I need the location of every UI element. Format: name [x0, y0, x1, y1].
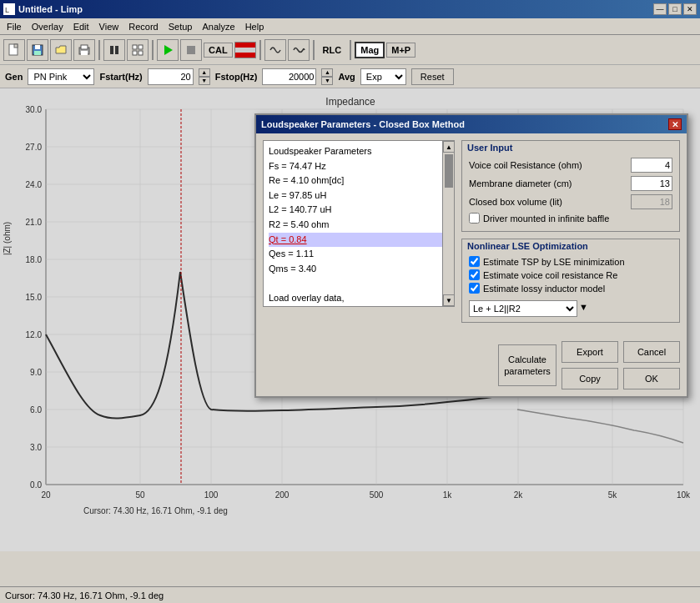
flag-icon[interactable] — [234, 42, 256, 58]
svg-rect-6 — [34, 51, 41, 55]
fstop-down[interactable]: ▼ — [321, 77, 333, 85]
svg-rect-10 — [110, 46, 113, 54]
lse-title: Nonlinear LSE Optimization — [462, 239, 679, 253]
menu-record[interactable]: Record — [123, 20, 163, 33]
infinite-baffle-checkbox[interactable] — [469, 213, 480, 224]
param-row-header: Loudspeaker Parameters — [269, 144, 449, 159]
menu-edit[interactable]: Edit — [68, 20, 94, 33]
infinite-baffle-label: Driver mounted in infinite baffle — [483, 214, 609, 224]
infinite-baffle-row: Driver mounted in infinite baffle — [469, 213, 672, 224]
modal-titlebar: Loudspeaker Parameters - Closed Box Meth… — [256, 115, 687, 133]
copy-button[interactable]: Copy — [562, 368, 618, 389]
chart-area: Impedance |Z| (ohm) — [0, 88, 700, 551]
closed-box-row: Closed box volume (lit) — [469, 194, 672, 209]
menu-overlay[interactable]: Overlay — [27, 20, 68, 33]
param-row-qms: Qms = 3.40 — [269, 262, 449, 277]
voice-coil-input[interactable] — [631, 158, 672, 173]
fstart-down[interactable]: ▼ — [199, 77, 210, 85]
membrane-input[interactable] — [631, 176, 672, 191]
modal-close-button[interactable]: ✕ — [668, 118, 682, 130]
rlc-label[interactable]: RLC — [318, 43, 347, 58]
lse-re-checkbox[interactable] — [469, 269, 480, 280]
scroll-up-button[interactable]: ▲ — [443, 141, 455, 153]
lse-lossy-checkbox[interactable] — [469, 283, 480, 294]
closed-box-input[interactable] — [631, 194, 672, 209]
minimize-button[interactable]: — — [653, 3, 667, 15]
avg-select[interactable]: Exp — [360, 68, 406, 85]
lse-re-label: Estimate voice coil resistance Re — [483, 270, 617, 280]
membrane-row: Membrane diameter (cm) — [469, 176, 672, 191]
stop-button[interactable] — [180, 39, 202, 61]
lse-tsp-checkbox[interactable] — [469, 256, 480, 267]
reset-button[interactable]: Reset — [411, 68, 454, 85]
menu-view[interactable]: View — [94, 20, 124, 33]
lse-group: Nonlinear LSE Optimization Estimate TSP … — [461, 239, 680, 323]
modal-top-buttons: Export Cancel — [562, 341, 680, 363]
menubar: File Overlay Edit View Record Setup Anal… — [0, 18, 700, 35]
window-title: Untitled - Limp — [18, 4, 83, 14]
separator-3 — [259, 40, 261, 60]
separator-5 — [350, 40, 351, 60]
svg-rect-3 — [14, 44, 18, 48]
fstart-spinner[interactable]: ▲ ▼ — [199, 68, 210, 85]
cal-label[interactable]: CAL — [204, 43, 233, 58]
scroll-thumb[interactable] — [445, 154, 453, 188]
param-row-re: Re = 4.10 ohm[dc] — [269, 173, 449, 188]
close-button[interactable]: ✕ — [683, 3, 697, 15]
fstop-spinner[interactable]: ▲ ▼ — [321, 68, 333, 85]
fstop-up[interactable]: ▲ — [321, 68, 333, 77]
param-row-qt: Qt = 0.84 — [269, 233, 449, 248]
save-button[interactable] — [27, 39, 48, 61]
param-row-msg1: Load overlay data, — [269, 291, 449, 306]
statusbar: Cursor: 74.30 Hz, 16.71 Ohm, -9.1 deg — [0, 586, 700, 603]
svg-text:L: L — [5, 6, 9, 14]
wave2-button[interactable] — [288, 39, 310, 61]
user-input-content: Voice coil Resistance (ohm) Membrane dia… — [462, 154, 679, 231]
svg-marker-16 — [164, 45, 173, 55]
mp-label[interactable]: M+P — [386, 43, 415, 58]
pause-button[interactable] — [103, 39, 125, 61]
lse-checkbox-row-2: Estimate voice coil resistance Re — [469, 269, 672, 280]
svg-rect-11 — [115, 46, 118, 54]
param-row-fs: Fs = 74.47 Hz — [269, 159, 449, 174]
fstart-up[interactable]: ▲ — [199, 68, 210, 77]
lse-model-dropdown[interactable]: Le + L2||R2 Le only Le + R2 — [469, 300, 577, 317]
mag-label[interactable]: Mag — [355, 42, 385, 58]
wave1-button[interactable] — [264, 39, 286, 61]
voice-coil-label: Voice coil Resistance (ohm) — [469, 160, 582, 170]
params-scrollbar[interactable]: ▲ ▼ — [442, 141, 454, 306]
modal-bottom-buttons: Copy OK — [562, 368, 680, 389]
gen-label: Gen — [5, 72, 23, 82]
modal-right-buttons: Export Cancel Copy OK — [562, 341, 680, 389]
membrane-label: Membrane diameter (cm) — [469, 178, 572, 188]
param-row-le: Le = 97.85 uH — [269, 188, 449, 204]
user-input-title: User Input — [462, 141, 679, 154]
toolbar: CAL RLC Mag M+P — [0, 35, 700, 65]
svg-rect-13 — [138, 45, 143, 49]
new-button[interactable] — [3, 39, 25, 61]
scroll-down-button[interactable]: ▼ — [443, 294, 455, 306]
cursor-status: Cursor: 74.30 Hz, 16.71 Ohm, -9.1 deg — [5, 590, 164, 600]
menu-help[interactable]: Help — [240, 20, 269, 33]
modal-body: Loudspeaker Parameters Fs = 74.47 Hz Re … — [256, 133, 687, 336]
grid-button[interactable] — [127, 39, 149, 61]
separator-2 — [152, 40, 154, 60]
gen-select[interactable]: PN Pink — [28, 68, 94, 85]
print-button[interactable] — [73, 39, 95, 61]
svg-rect-18 — [235, 43, 255, 48]
calculate-button[interactable]: Calculateparameters — [498, 344, 556, 386]
open-button[interactable] — [50, 39, 72, 61]
record-button[interactable] — [157, 39, 179, 61]
export-button[interactable]: Export — [562, 341, 618, 363]
fstart-input[interactable] — [148, 68, 194, 85]
lse-content: Estimate TSP by LSE minimization Estimat… — [462, 253, 679, 322]
fstop-input[interactable] — [262, 68, 316, 85]
menu-file[interactable]: File — [2, 20, 27, 33]
menu-analyze[interactable]: Analyze — [197, 20, 239, 33]
ok-button[interactable]: OK — [623, 368, 680, 389]
cancel-button[interactable]: Cancel — [623, 341, 680, 363]
menu-setup[interactable]: Setup — [164, 20, 198, 33]
maximize-button[interactable]: □ — [668, 3, 682, 15]
svg-rect-14 — [133, 51, 137, 55]
titlebar-left: L Untitled - Limp — [3, 3, 83, 15]
